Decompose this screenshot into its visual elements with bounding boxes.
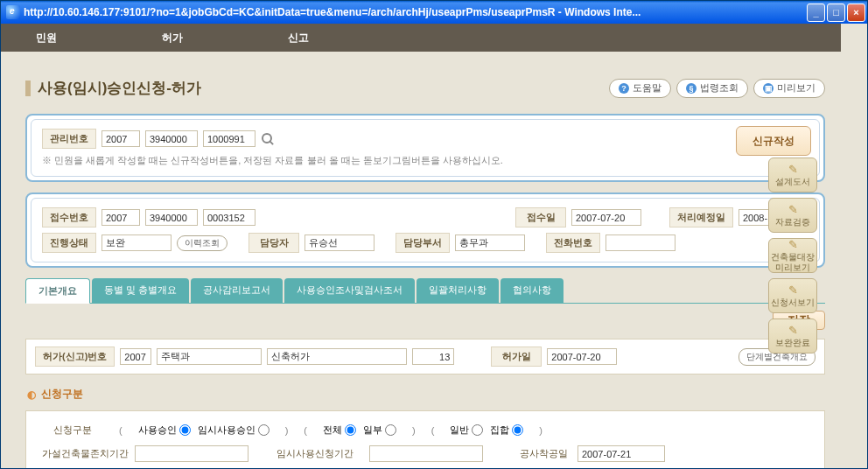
permit-date-input[interactable] [547, 348, 617, 365]
side-building-preview-label: 미리보기 [775, 262, 810, 273]
side-supplement-complete-label: 보완완료 [775, 338, 810, 348]
nav-singo[interactable]: 신고 [288, 31, 309, 46]
construction-start-input[interactable] [578, 445, 665, 462]
nav-heoga[interactable]: 허가 [162, 31, 183, 46]
mgmt-year-input[interactable] [102, 130, 140, 147]
tab-supervision-report[interactable]: 공사감리보고서 [191, 278, 283, 303]
construction-start-label: 공사착공일 [520, 447, 572, 460]
new-create-button[interactable]: 신규작성 [736, 126, 811, 156]
law-button-label: 법령조회 [700, 81, 738, 94]
pencil-icon: ✎ [788, 238, 798, 252]
receipt-code2-input[interactable] [203, 209, 256, 226]
pencil-icon: ✎ [788, 284, 798, 298]
permit-year-input[interactable] [120, 348, 151, 365]
preview-button-label: 미리보기 [777, 81, 816, 94]
window-maximize-button[interactable]: □ [827, 4, 845, 22]
temp-struct-period-label: 가설건축물존치기간 [42, 447, 130, 460]
status-input[interactable] [102, 234, 172, 251]
help-button[interactable]: ?도움말 [609, 79, 671, 98]
receipt-code1-input[interactable] [145, 209, 198, 226]
side-supplement-complete-button[interactable]: ✎보완완료 [768, 318, 817, 354]
manager-input[interactable] [304, 234, 374, 251]
tel-label: 전화번호 [546, 233, 600, 253]
receipt-date-label: 접수일 [515, 207, 566, 228]
apply-section-block: 신청구분 ( 사용승인 임시사용승인 ) ( 전체 일부 ) ( [25, 410, 825, 468]
radio-whole[interactable]: 전체 [323, 424, 356, 437]
nav-minwon[interactable]: 민원 [36, 31, 57, 46]
tab-basic-overview[interactable]: 기본개요 [25, 278, 90, 304]
receipt-year-input[interactable] [102, 209, 140, 226]
status-label: 진행상태 [42, 233, 96, 253]
radio-aggregate-label: 집합 [490, 424, 509, 437]
permit-no-label: 허가(신고)번호 [35, 346, 115, 367]
window-minimize-button[interactable]: _ [807, 4, 825, 22]
temp-use-period-input[interactable] [369, 445, 483, 462]
history-button[interactable]: 이력조회 [177, 235, 228, 251]
temp-struct-period-input[interactable] [135, 445, 248, 462]
radio-temp-use-approval[interactable]: 임시사용승인 [198, 424, 270, 437]
tab-batch-items[interactable]: 일괄처리사항 [416, 278, 499, 303]
main-scroll-area[interactable]: 민원 허가 신고 사용(임시)승인신청-허가 ?도움말 §법령조회 ▣미리보기 [1, 24, 867, 468]
apply-kind-label: 신청구분 [42, 424, 103, 437]
permit-seq-input[interactable] [412, 348, 454, 365]
page-title: 사용(임시)승인신청-허가 [38, 78, 609, 98]
apply-section-title: 신청구분 [27, 387, 825, 402]
permit-type-input[interactable] [267, 348, 407, 365]
side-building-register-label: 건축물대장 [771, 252, 815, 262]
top-nav: 민원 허가 신고 [1, 24, 841, 52]
manager-label: 담당자 [248, 233, 299, 253]
tel-input[interactable] [606, 234, 676, 251]
law-lookup-button[interactable]: §법령조회 [676, 79, 748, 98]
mgmt-hint-text: ※ 민원을 새롭게 작성할 때는 신규작성버튼을, 저장된 자료를 불러 올 때… [42, 154, 808, 167]
side-view-application-button[interactable]: ✎신청서보기 [768, 278, 817, 313]
radio-general-label: 일반 [450, 424, 469, 437]
search-icon[interactable] [261, 132, 275, 146]
apply-kind-group2: 전체 일부 [323, 424, 396, 437]
permit-block: 허가(신고)번호 허가일 단계별건축개요 [25, 339, 825, 374]
radio-temp-use-approval-label: 임시사용승인 [198, 424, 256, 437]
mgmt-code2-input[interactable] [203, 130, 256, 147]
preview-button[interactable]: ▣미리보기 [753, 79, 825, 98]
radio-partial[interactable]: 일부 [363, 424, 396, 437]
side-data-verify-label: 자료검증 [775, 217, 810, 228]
radio-general[interactable]: 일반 [450, 424, 483, 437]
radio-use-approval[interactable]: 사용승인 [138, 424, 191, 437]
side-button-bar: ✎설계도서 ✎자료검증 ✎건축물대장미리보기 ✎신청서보기 ✎보완완료 [768, 158, 817, 354]
dept-label: 담당부서 [396, 233, 450, 253]
side-design-docs-button[interactable]: ✎설계도서 [768, 158, 817, 192]
side-view-application-label: 신청서보기 [771, 298, 815, 308]
help-button-label: 도움말 [633, 81, 662, 94]
mgmt-code1-input[interactable] [145, 130, 198, 147]
apply-section-title-text: 신청구분 [41, 387, 83, 402]
permit-dept-input[interactable] [157, 348, 262, 365]
radio-use-approval-label: 사용승인 [138, 424, 177, 437]
law-icon: § [686, 83, 696, 94]
window-close-button[interactable]: × [847, 4, 865, 22]
apply-kind-group3: 일반 집합 [450, 424, 523, 437]
receipt-date-input[interactable] [571, 209, 641, 226]
permit-date-label: 허가일 [491, 346, 542, 367]
tab-consultation[interactable]: 협의사항 [500, 278, 564, 303]
tab-inspection-report[interactable]: 사용승인조사및검사조서 [284, 278, 415, 303]
tab-bar: 기본개요 동별 및 층별개요 공사감리보고서 사용승인조사및검사조서 일괄처리사… [25, 278, 825, 304]
receipt-panel: 접수번호 접수일 처리예정일 진행상태 [25, 192, 825, 268]
temp-use-period-label: 임시사용신청기간 [276, 447, 364, 460]
side-data-verify-button[interactable]: ✎자료검증 [768, 198, 817, 233]
management-number-panel: 관리번호 ※ 민원을 새롭게 작성할 때는 신규작성버튼을, 저장된 자료를 불… [25, 114, 825, 182]
apply-kind-group1: 사용승인 임시사용승인 [138, 424, 270, 437]
receipt-no-label: 접수번호 [42, 207, 96, 228]
pencil-icon: ✎ [788, 203, 798, 217]
pencil-icon: ✎ [788, 163, 798, 177]
radio-whole-label: 전체 [323, 424, 342, 437]
radio-aggregate[interactable]: 집합 [490, 424, 523, 437]
help-icon: ? [619, 83, 629, 94]
mgmt-no-label: 관리번호 [42, 129, 96, 149]
pencil-icon: ✎ [788, 324, 798, 338]
dept-input[interactable] [455, 234, 525, 251]
title-bullet-icon [25, 80, 31, 96]
side-building-register-preview-button[interactable]: ✎건축물대장미리보기 [768, 238, 817, 273]
window-titlebar: http://10.60.146.177:9101/?no=1&jobGbCd=… [1, 1, 867, 24]
radio-partial-label: 일부 [363, 424, 382, 437]
tab-dong-floor[interactable]: 동별 및 층별개요 [92, 278, 189, 303]
preview-icon: ▣ [763, 83, 774, 94]
